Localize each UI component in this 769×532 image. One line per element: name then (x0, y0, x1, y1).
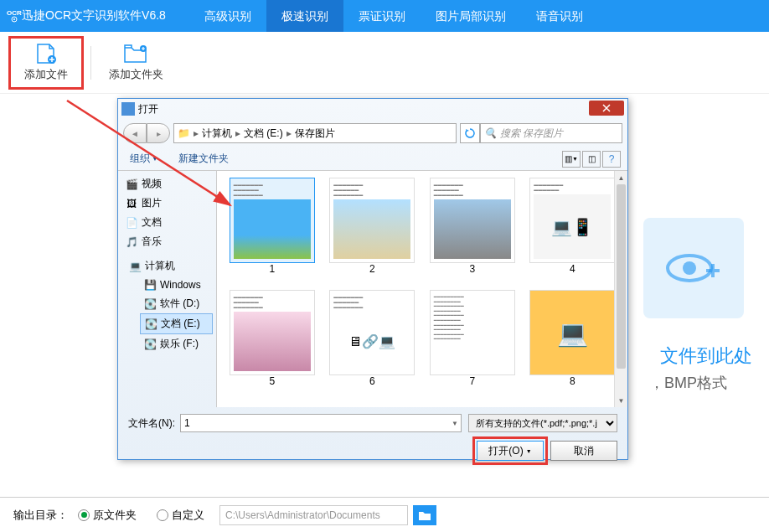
help-icon: ? (609, 153, 615, 165)
sidebar-computer[interactable]: 💻计算机 (125, 256, 213, 276)
output-label: 输出目录： (13, 508, 68, 523)
radio-icon (78, 509, 90, 521)
open-file-dialog: 打开 ◄ ▸ 📁 ▸ 计算机 ▸ 文档 (E:) ▸ 保存图片 🔍 搜索 保存图… (117, 98, 628, 460)
forward-button[interactable]: ▸ (147, 123, 170, 143)
refresh-icon (465, 128, 475, 138)
file-item[interactable]: ▬▬▬▬▬▬▬▬▬▬▬▬▬💻📱 4 (524, 178, 622, 287)
drive-icon: 💽 (143, 338, 157, 351)
output-path-input[interactable] (219, 505, 408, 525)
folder-icon (418, 509, 431, 521)
drive-icon: 💽 (143, 297, 157, 311)
video-icon: 🎬 (125, 178, 138, 191)
music-icon: 🎵 (125, 235, 138, 249)
nav-advanced[interactable]: 高级识别 (189, 0, 266, 32)
dialog-toolbar: 组织 ▼ 新建文件夹 ▥▼ ◫ ? (118, 147, 627, 171)
sidebar: 🎬视频 🖼图片 📄文档 🎵音乐 💻计算机 💾Windows 💽软件 (D:) 💽… (118, 171, 217, 407)
folder-icon: 📁 (178, 127, 190, 139)
nav-voice[interactable]: 语音识别 (521, 0, 598, 32)
nav-partial[interactable]: 图片局部识别 (421, 0, 521, 32)
scrollbar[interactable]: ▲ ▼ (614, 171, 627, 407)
dialog-icon (121, 102, 135, 116)
nav-ticket[interactable]: 票证识别 (343, 0, 421, 32)
open-button[interactable]: 打开(O) ▼ (477, 441, 544, 461)
sidebar-drive-d[interactable]: 💽软件 (D:) (140, 294, 213, 313)
sidebar-pictures[interactable]: 🖼图片 (121, 194, 213, 213)
drop-subtext: ，BMP格式 (649, 373, 727, 393)
cancel-button[interactable]: 取消 (550, 441, 617, 461)
preview-pane-button[interactable]: ◫ (582, 151, 601, 168)
file-item[interactable]: ▬▬▬▬▬▬▬▬▬▬▬▬▬▬▬▬▬▬▬▬ 2 (324, 178, 421, 287)
dialog-titlebar[interactable]: 打开 (118, 99, 627, 119)
add-file-button[interactable]: 添加文件 (8, 36, 84, 90)
dialog-footer: 文件名(N): ▼ 所有支持的文件(*.pdf;*.png;*.j 打开(O) … (118, 407, 627, 467)
sidebar-music[interactable]: 🎵音乐 (121, 232, 213, 251)
new-folder-button[interactable]: 新建文件夹 (173, 150, 234, 168)
search-input[interactable]: 🔍 搜索 保存图片 (480, 123, 622, 143)
file-item[interactable]: 💻 8 (524, 290, 622, 399)
sidebar-drive-windows[interactable]: 💾Windows (140, 276, 213, 294)
file-item[interactable]: ▬▬▬▬▬▬▬▬▬▬▬▬▬▬▬▬▬▬▬▬▬▬▬▬▬▬▬▬▬▬▬▬▬▬▬▬▬▬▬▬… (424, 290, 521, 399)
refresh-button[interactable] (460, 123, 480, 143)
panel-icon: ◫ (588, 154, 596, 163)
file-item[interactable]: ▬▬▬▬▬▬▬▬▬▬▬▬▬▬▬▬▬▬▬▬ 1 (224, 178, 321, 287)
drop-zone[interactable] (643, 218, 744, 318)
browse-button[interactable] (413, 505, 436, 525)
chevron-down-icon[interactable]: ▼ (452, 420, 458, 427)
document-icon: 📄 (125, 216, 138, 230)
svg-text:OCR: OCR (7, 9, 22, 17)
path-bar: ◄ ▸ 📁 ▸ 计算机 ▸ 文档 (E:) ▸ 保存图片 🔍 搜索 保存图片 (123, 121, 622, 146)
toolbar: 添加文件 添加文件夹 (0, 32, 769, 94)
separator (90, 46, 91, 80)
search-icon: 🔍 (484, 127, 497, 139)
sidebar-documents[interactable]: 📄文档 (121, 213, 213, 232)
drive-icon: 💽 (144, 318, 157, 331)
radio-custom-folder[interactable]: 自定义 (157, 508, 204, 523)
file-item[interactable]: ▬▬▬▬▬▬▬▬▬▬▬▬▬▬▬▬▬▬▬▬ 3 (424, 178, 521, 287)
file-item[interactable]: ▬▬▬▬▬▬▬▬▬▬▬▬▬▬▬▬▬▬▬▬ 5 (224, 290, 321, 399)
picture-icon: 🖼 (125, 197, 138, 210)
eye-plus-icon (664, 247, 723, 289)
close-button[interactable] (589, 101, 624, 116)
nav-fast[interactable]: 极速识别 (266, 0, 343, 32)
help-button[interactable]: ? (602, 151, 621, 168)
view-mode-button[interactable]: ▥▼ (562, 151, 581, 168)
output-bar: 输出目录： 原文件夹 自定义 (0, 497, 769, 532)
radio-icon (157, 509, 168, 521)
scrollbar-thumb[interactable] (617, 184, 626, 369)
file-grid[interactable]: ▬▬▬▬▬▬▬▬▬▬▬▬▬▬▬▬▬▬▬▬ 1 ▬▬▬▬▬▬▬▬▬▬▬▬▬▬▬▬▬… (217, 171, 627, 407)
thumbnail-icon: ▥ (565, 154, 572, 163)
close-icon (602, 104, 611, 112)
main-nav: 高级识别 极速识别 票证识别 图片局部识别 语音识别 (189, 0, 598, 32)
sidebar-video[interactable]: 🎬视频 (121, 174, 213, 194)
radio-original-folder[interactable]: 原文件夹 (78, 508, 137, 523)
sidebar-drive-e[interactable]: 💽文档 (E:) (140, 313, 213, 334)
drive-icon: 💾 (143, 278, 157, 292)
scroll-down-icon[interactable]: ▼ (615, 394, 627, 407)
sidebar-drive-f[interactable]: 💽娱乐 (F:) (140, 334, 213, 354)
logo-icon: OCR (7, 8, 22, 25)
app-header: OCR 迅捷OCR文字识别软件V6.8 高级识别 极速识别 票证识别 图片局部识… (0, 0, 769, 32)
svg-point-3 (13, 18, 15, 20)
breadcrumb[interactable]: 📁 ▸ 计算机 ▸ 文档 (E:) ▸ 保存图片 (173, 123, 457, 143)
file-item[interactable]: ▬▬▬▬▬▬▬▬▬▬▬▬▬▬▬▬▬▬▬▬🖥🔗💻 6 (324, 290, 421, 399)
file-plus-icon (34, 44, 59, 64)
scroll-up-icon[interactable]: ▲ (615, 171, 627, 184)
back-button[interactable]: ◄ (123, 123, 147, 143)
computer-icon: 💻 (128, 260, 142, 273)
add-folder-button[interactable]: 添加文件夹 (98, 36, 173, 90)
filetype-select[interactable]: 所有支持的文件(*.pdf;*.png;*.j (468, 414, 617, 432)
drop-text: 文件到此处 (660, 343, 752, 369)
filename-input[interactable] (180, 414, 462, 432)
app-title: 迅捷OCR文字识别软件V6.8 (22, 8, 166, 23)
folder-plus-icon (123, 44, 148, 64)
app-logo: OCR 迅捷OCR文字识别软件V6.8 (0, 8, 173, 25)
organize-button[interactable]: 组织 ▼ (125, 150, 163, 168)
filename-label: 文件名(N): (128, 416, 175, 431)
svg-point-8 (683, 261, 696, 275)
